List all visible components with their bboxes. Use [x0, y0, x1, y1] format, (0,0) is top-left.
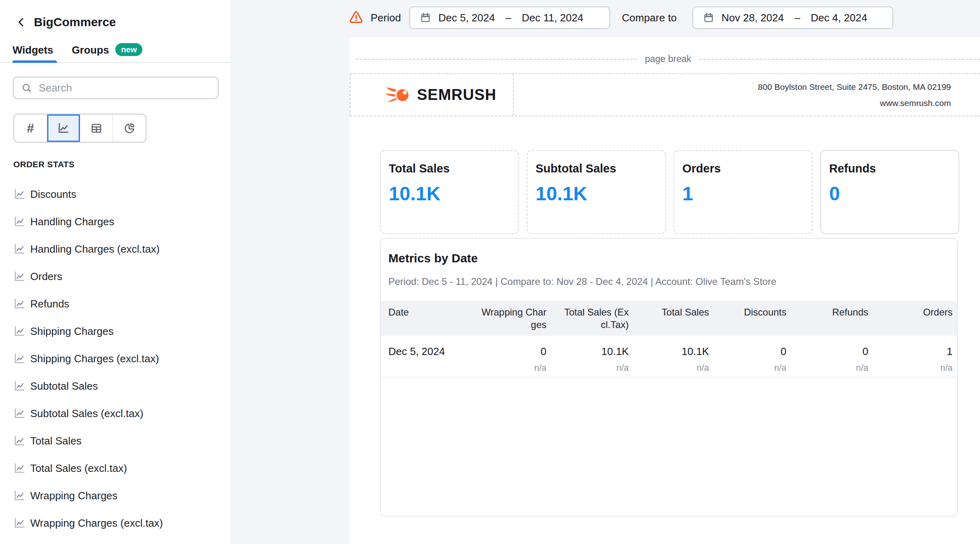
- sidebar-item-refunds[interactable]: Refunds: [0, 290, 230, 318]
- column-header-total-sales-excl-tax: Total Sales (Excl.Tax): [546, 306, 629, 331]
- search-box: [13, 77, 219, 99]
- pie-chart-icon: [123, 122, 136, 134]
- line-chart-icon: [13, 407, 25, 419]
- widget-subtitle: Period: Dec 5 - 11, 2024 | Compare to: N…: [388, 276, 957, 287]
- compare-start-date: Nov 28, 2024: [721, 12, 784, 24]
- report-logo-widget[interactable]: SEMRUSH: [350, 74, 514, 116]
- sidebar-item-label: Shipping Charges: [30, 325, 114, 338]
- page-break-marker: page break: [356, 54, 980, 64]
- sidebar-item-handling-charges-excl-tax[interactable]: Handling Charges (excl.tax): [0, 235, 230, 263]
- report-address-widget[interactable]: 800 Boylston Street, Suite 2475, Boston,…: [514, 74, 980, 116]
- report-page: page break SEMRUSH 800 Boylston Street, …: [350, 37, 980, 544]
- card-title: Total Sales: [389, 162, 510, 175]
- column-header-total-sales: Total Sales: [629, 306, 709, 331]
- line-chart-icon: [13, 188, 25, 200]
- card-value: 1: [682, 183, 804, 205]
- view-mode-table-button[interactable]: [80, 114, 113, 142]
- search-icon: [21, 82, 32, 93]
- tab-widgets[interactable]: Widgets: [13, 44, 53, 56]
- new-badge: new: [115, 43, 142, 56]
- card-value: 0: [829, 183, 951, 205]
- sidebar-tabs: Widgets Groups new: [13, 44, 142, 56]
- sidebar-item-label: Discounts: [30, 188, 76, 201]
- address-line: 800 Boylston Street, Suite 2475, Boston,…: [758, 79, 951, 95]
- sidebar-header: BigCommerce: [14, 15, 116, 30]
- sidebar: BigCommerce Widgets Groups new #: [0, 0, 231, 544]
- cell-total-sales-excl-tax: 10.1Kn/a: [546, 345, 629, 377]
- sidebar-item-subtotal-sales[interactable]: Subtotal Sales: [0, 372, 230, 400]
- metrics-table-header: DateWrapping ChargesTotal Sales (Excl.Ta…: [381, 301, 957, 336]
- hash-icon: #: [27, 121, 34, 136]
- sidebar-item-handling-charges[interactable]: Handling Charges: [0, 208, 230, 235]
- line-chart-icon: [13, 435, 25, 447]
- sidebar-item-total-sales[interactable]: Total Sales: [0, 427, 230, 455]
- sidebar-item-label: Subtotal Sales (excl.tax): [30, 407, 143, 420]
- view-mode-numbers-button[interactable]: #: [14, 114, 47, 142]
- sidebar-item-label: Total Sales: [30, 435, 81, 447]
- sidebar-item-wrapping-charges[interactable]: Wrapping Charges: [0, 482, 230, 509]
- column-header-wrapping-charges: Wrapping Charges: [464, 306, 546, 331]
- website-url: www.semrush.com: [880, 95, 951, 111]
- metric-card-refunds[interactable]: Refunds 0: [820, 150, 959, 234]
- card-value: 10.1K: [536, 183, 657, 205]
- sidebar-item-label: Shipping Charges (excl.tax): [30, 353, 159, 365]
- sidebar-item-label: Total Sales (excl.tax): [30, 462, 127, 475]
- metrics-by-date-widget[interactable]: Metrics by Date Period: Dec 5 - 11, 2024…: [380, 238, 958, 517]
- sidebar-item-subtotal-sales-excl-tax[interactable]: Subtotal Sales (excl.tax): [0, 400, 230, 427]
- metric-card-orders[interactable]: Orders 1: [673, 150, 813, 234]
- semrush-wordmark: SEMRUSH: [417, 86, 496, 104]
- column-header-refunds: Refunds: [786, 306, 868, 331]
- view-mode-pie-chart-button[interactable]: [113, 114, 146, 142]
- compare-end-date: Dec 4, 2024: [811, 12, 867, 24]
- chevron-left-icon: [15, 16, 27, 28]
- warning-icon[interactable]: [349, 10, 363, 25]
- sidebar-item-label: Subtotal Sales: [30, 380, 98, 392]
- sidebar-item-discounts[interactable]: Discounts: [0, 181, 230, 208]
- calendar-icon: [703, 12, 714, 23]
- card-title: Subtotal Sales: [536, 162, 657, 175]
- metric-card-total-sales[interactable]: Total Sales 10.1K: [380, 150, 519, 234]
- sidebar-item-wrapping-charges-excl-tax[interactable]: Wrapping Charges (excl.tax): [0, 509, 230, 537]
- sidebar-item-shipping-charges-excl-tax[interactable]: Shipping Charges (excl.tax): [0, 345, 230, 372]
- column-header-orders: Orders: [868, 306, 953, 331]
- line-chart-icon: [13, 490, 25, 502]
- card-title: Orders: [682, 162, 804, 175]
- report-header: SEMRUSH 800 Boylston Street, Suite 2475,…: [350, 73, 980, 116]
- column-header-date: Date: [388, 306, 464, 331]
- table-icon: [90, 122, 102, 134]
- line-chart-icon: [13, 216, 25, 228]
- tab-groups-label: Groups: [72, 44, 109, 56]
- semrush-logo-icon: [385, 85, 412, 105]
- back-button[interactable]: [14, 15, 29, 30]
- integration-title: BigCommerce: [34, 15, 116, 29]
- sidebar-item-shipping-charges[interactable]: Shipping Charges: [0, 318, 230, 345]
- page-break-label: page break: [645, 54, 691, 64]
- metric-card-subtotal-sales[interactable]: Subtotal Sales 10.1K: [527, 150, 666, 234]
- search-input[interactable]: [38, 81, 211, 95]
- cell-wrapping-charges: 0n/a: [464, 345, 546, 377]
- section-label-order-stats: ORDER STATS: [13, 160, 75, 169]
- range-separator: –: [794, 12, 800, 24]
- view-mode-line-chart-button[interactable]: [47, 114, 80, 142]
- line-chart-icon: [13, 353, 25, 365]
- line-chart-icon: [13, 270, 25, 282]
- sidebar-item-label: Wrapping Charges (excl.tax): [30, 517, 163, 529]
- line-chart-icon: [57, 122, 69, 134]
- range-separator: –: [505, 12, 511, 24]
- compare-date-range[interactable]: Nov 28, 2024 – Dec 4, 2024: [692, 6, 893, 29]
- sidebar-item-label: Handling Charges (excl.tax): [30, 243, 160, 255]
- view-mode-switcher: #: [13, 114, 146, 143]
- tab-groups[interactable]: Groups new: [72, 44, 142, 56]
- tab-widgets-label: Widgets: [13, 44, 53, 56]
- cell-total-sales: 10.1Kn/a: [629, 345, 709, 377]
- card-value: 10.1K: [389, 183, 510, 205]
- sidebar-item-total-sales-excl-tax[interactable]: Total Sales (excl.tax): [0, 455, 230, 482]
- page-break-line: [356, 59, 637, 60]
- metrics-table-body: Dec 5, 20240n/a10.1Kn/a10.1Kn/a0n/a0n/a1…: [381, 336, 957, 378]
- cell-discounts: 0n/a: [709, 345, 786, 377]
- page-break-line: [699, 59, 980, 60]
- sidebar-item-orders[interactable]: Orders: [0, 263, 230, 290]
- calendar-icon: [420, 12, 431, 23]
- line-chart-icon: [13, 517, 25, 529]
- period-date-range[interactable]: Dec 5, 2024 – Dec 11, 2024: [409, 6, 610, 29]
